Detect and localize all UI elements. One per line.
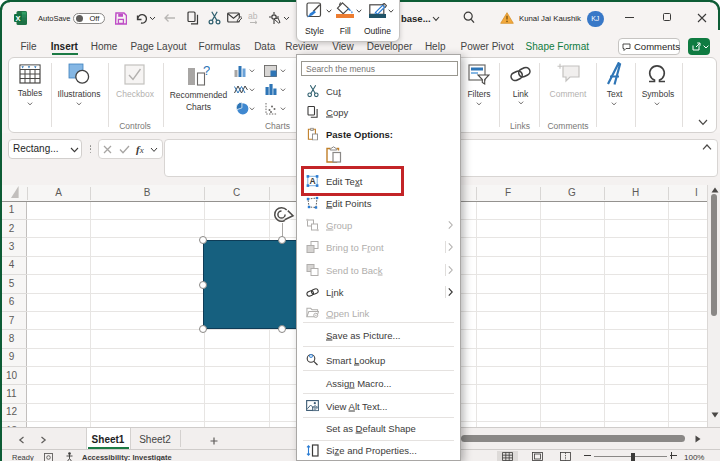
svg-text:X: X [15,14,20,23]
svg-text:ab: ab [248,11,258,21]
